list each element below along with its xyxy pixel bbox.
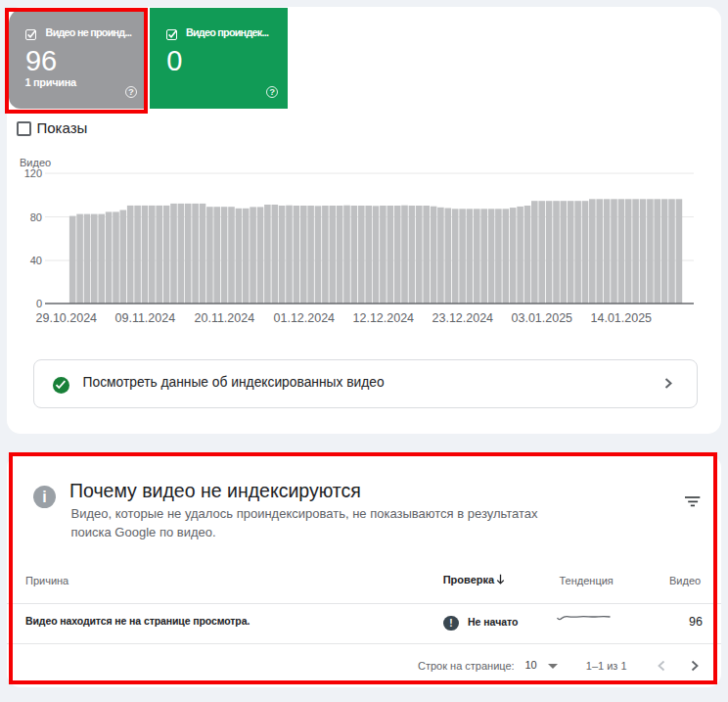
svg-text:23.12.2024: 23.12.2024 — [432, 311, 494, 325]
svg-text:09.11.2024: 09.11.2024 — [115, 311, 176, 325]
svg-text:120: 120 — [24, 167, 42, 179]
svg-text:20.11.2024: 20.11.2024 — [195, 311, 255, 325]
svg-text:40: 40 — [30, 255, 42, 266]
svg-text:80: 80 — [30, 211, 42, 223]
svg-text:01.12.2024: 01.12.2024 — [274, 311, 336, 325]
svg-text:03.01.2025: 03.01.2025 — [512, 311, 573, 325]
svg-text:29.10.2024: 29.10.2024 — [36, 311, 98, 325]
svg-text:14.01.2025: 14.01.2025 — [591, 311, 653, 325]
svg-text:12.12.2024: 12.12.2024 — [353, 311, 415, 325]
svg-text:0: 0 — [36, 298, 42, 309]
